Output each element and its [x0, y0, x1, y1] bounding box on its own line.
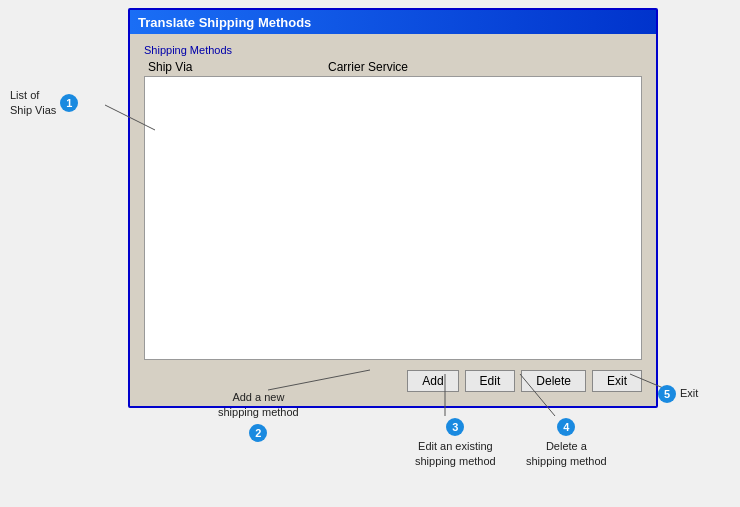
callout-4-bubble: 4 — [557, 418, 575, 436]
callout-1: List ofShip Vias 1 — [8, 88, 78, 119]
callout-3-bubble: 3 — [446, 418, 464, 436]
callout-2: Add a newshipping method 2 — [218, 390, 299, 442]
callout-3-text: Edit an existingshipping method — [415, 439, 496, 470]
delete-button[interactable]: Delete — [521, 370, 586, 392]
callout-2-text: Add a newshipping method — [218, 390, 299, 421]
table-header: Ship Via Carrier Service — [144, 58, 642, 76]
callout-1-bubble: 1 — [60, 94, 78, 112]
callout-1-text: List ofShip Vias — [10, 88, 56, 119]
callout-5-bubble: 5 — [658, 385, 676, 403]
add-button[interactable]: Add — [407, 370, 458, 392]
section-label: Shipping Methods — [144, 44, 642, 56]
callout-2-bubble: 2 — [249, 424, 267, 442]
dialog-body: Shipping Methods Ship Via Carrier Servic… — [130, 34, 656, 406]
translate-shipping-dialog: Translate Shipping Methods Shipping Meth… — [128, 8, 658, 408]
col-ship-via-header: Ship Via — [148, 60, 328, 74]
edit-button[interactable]: Edit — [465, 370, 516, 392]
callout-4: 4 Delete ashipping method — [526, 418, 607, 470]
ship-via-list — [144, 76, 642, 360]
callout-5: 5 Exit — [658, 385, 698, 403]
callout-5-text: Exit — [680, 386, 698, 401]
dialog-title: Translate Shipping Methods — [138, 15, 311, 30]
exit-button[interactable]: Exit — [592, 370, 642, 392]
dialog-titlebar: Translate Shipping Methods — [130, 10, 656, 34]
col-carrier-header: Carrier Service — [328, 60, 638, 74]
callout-3: 3 Edit an existingshipping method — [415, 418, 496, 470]
callout-4-text: Delete ashipping method — [526, 439, 607, 470]
